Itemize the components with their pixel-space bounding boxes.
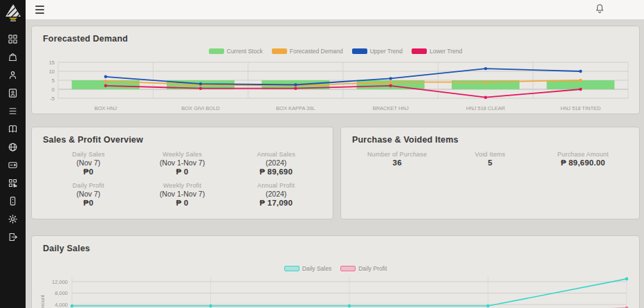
legend-swatch [209,48,224,54]
stat-value: ₱ 89,690 [229,167,323,176]
stat-purchase-amount: Purchase Amount₱ 89,690.00 [537,151,629,167]
legend-item-current-stock[interactable]: Current Stock [209,48,263,55]
daily-sales-chart: 12,0008,0004,000Amount [37,272,635,308]
sidebar-item-contacts[interactable] [4,84,22,102]
legend-label: Upper Trend [370,48,403,55]
sidebar-item-web[interactable] [4,138,22,156]
stat-annual-sales: Annual Sales(2024)₱ 89,690 [229,151,323,176]
legend-item-upper-trend[interactable]: Upper Trend [352,48,403,55]
stat-value: ₱ 17,090 [229,199,323,207]
legend-swatch [272,48,287,54]
sidebar-item-orders[interactable] [4,48,22,66]
stat-label: Purchase Amount [537,151,629,158]
svg-text:HNJ 518 TINTED: HNJ 518 TINTED [560,105,601,111]
svg-text:15: 15 [49,60,55,66]
purchase-voided-panel: Purchase & Voided Items Number of Purcha… [340,127,640,219]
sidebar-item-logout[interactable] [4,228,22,246]
stat-label: Void Items [443,151,536,158]
stat-number-of-purchase: Number of Purchase36 [351,151,443,167]
stat-subtitle: (Nov 7) [42,158,136,167]
sidebar-item-list[interactable] [4,102,22,120]
stat-subtitle: (Nov 7) [42,190,136,198]
legend-label: Current Stock [227,48,263,55]
stat-label: Daily Sales [42,151,136,158]
stat-value: ₱0 [42,167,136,176]
stat-subtitle: (2024) [229,190,323,198]
stat-label: Weekly Sales [136,151,230,158]
stat-label: Annual Profit [229,182,323,189]
svg-text:10: 10 [49,69,55,75]
menu-toggle-button[interactable] [33,3,47,17]
purchase-voided-title: Purchase & Voided Items [341,127,639,145]
stat-annual-profit: Annual Profit(2024)₱ 17,090 [229,182,323,207]
sidebar [0,0,26,308]
daily-sales-panel: Daily Sales Daily SalesDaily Profit 12,0… [31,235,640,308]
stat-daily-sales: Daily Sales(Nov 7)₱0 [42,151,136,176]
stat-value: ₱ 0 [136,199,230,207]
topbar [26,0,644,20]
stat-label: Weekly Profit [136,182,230,189]
stat-value: 5 [443,158,536,167]
sidebar-item-terminal[interactable] [4,192,22,210]
svg-text:5: 5 [52,78,55,84]
legend-swatch [284,266,300,271]
svg-text:-5: -5 [50,96,55,102]
sidebar-nav [4,30,22,246]
stat-subtitle: (Nov 1-Nov 7) [136,190,230,198]
stat-void-items: Void Items5 [443,151,536,167]
stat-label: Annual Sales [229,151,323,158]
svg-text:BRACKET HNJ: BRACKET HNJ [373,105,409,111]
forecasted-demand-chart: 151050-5BOX HNJBOX GIVI BOLDBOX KAPPA 39… [37,58,635,114]
stat-weekly-sales: Weekly Sales(Nov 1-Nov 7)₱ 0 [136,151,230,176]
legend-item-lower-trend[interactable]: Lower Trend [412,48,462,55]
forecast-legend: Current StockForecasted DemandUpper Tren… [32,48,639,55]
sidebar-item-qr-code[interactable] [4,174,22,192]
sidebar-item-customers[interactable] [4,66,22,84]
sales-profit-stats: Daily Sales(Nov 7)₱0Weekly Sales(Nov 1-N… [32,151,333,207]
stat-label: Number of Purchase [351,151,443,158]
stat-value: ₱ 89,690.00 [537,158,629,167]
svg-text:0: 0 [52,87,55,93]
svg-text:BOX KAPPA 39L: BOX KAPPA 39L [276,105,315,111]
stat-weekly-profit: Weekly Profit(Nov 1-Nov 7)₱ 0 [136,182,230,207]
legend-swatch [412,48,427,54]
svg-text:8,000: 8,000 [55,290,68,296]
stat-value: ₱ 0 [136,167,230,176]
sales-profit-panel: Sales & Profit Overview Daily Sales(Nov … [31,127,333,219]
stat-value: 36 [351,158,443,167]
svg-text:BOX GIVI BOLD: BOX GIVI BOLD [181,105,220,111]
forecasted-demand-title: Forecasted Demand [32,26,639,44]
legend-label: Lower Trend [430,48,462,55]
sidebar-item-catalog[interactable] [4,120,22,138]
legend-label: Daily Sales [302,265,332,272]
brand-logo-icon[interactable] [3,3,23,24]
sidebar-item-dashboard[interactable] [4,30,22,48]
stat-subtitle: (Nov 1-Nov 7) [136,158,230,167]
stat-value: ₱0 [42,199,136,207]
svg-text:4,000: 4,000 [55,302,68,308]
sidebar-item-settings[interactable] [4,210,22,228]
svg-text:Amount: Amount [39,294,46,308]
stat-daily-profit: Daily Profit(Nov 7)₱0 [42,182,136,207]
sidebar-item-voucher[interactable] [4,156,22,174]
svg-text:HNJ 518 CLEAR: HNJ 518 CLEAR [466,105,506,111]
legend-item-forecasted-demand[interactable]: Forecasted Demand [272,48,343,55]
sales-profit-title: Sales & Profit Overview [32,127,333,145]
legend-swatch [352,48,367,54]
daily-sales-title: Daily Sales [32,236,639,253]
svg-text:12,000: 12,000 [52,279,68,285]
svg-text:BOX HNJ: BOX HNJ [94,105,117,111]
forecasted-demand-panel: Forecasted Demand Current StockForecaste… [31,26,640,114]
daily-sales-legend: Daily SalesDaily Profit [32,265,639,272]
stat-subtitle: (2024) [229,158,323,167]
purchase-voided-stats: Number of Purchase36Void Items5Purchase … [341,151,639,167]
legend-item-daily-sales[interactable]: Daily Sales [284,265,332,272]
notifications-bell-icon[interactable] [594,3,605,17]
legend-swatch [340,266,356,271]
legend-item-daily-profit[interactable]: Daily Profit [340,265,387,272]
legend-label: Daily Profit [358,265,387,272]
stat-label: Daily Profit [42,182,136,189]
legend-label: Forecasted Demand [290,48,343,55]
